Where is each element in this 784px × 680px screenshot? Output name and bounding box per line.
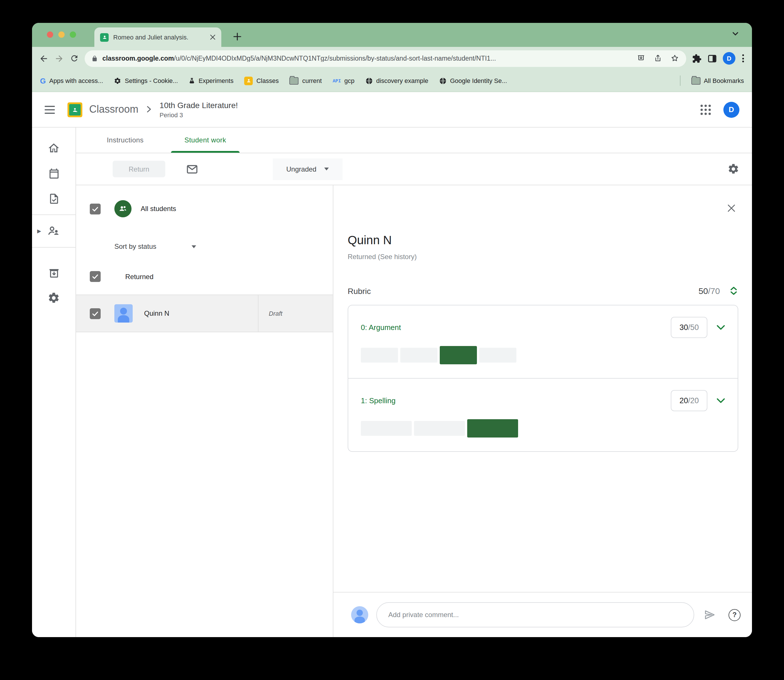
- bookmark-experiments[interactable]: Experiments: [189, 77, 233, 84]
- chevron-down-icon[interactable]: [716, 325, 725, 330]
- tab-search-chevron-icon[interactable]: [731, 30, 739, 38]
- expand-collapse-all-icon[interactable]: [730, 286, 737, 295]
- nav-calendar[interactable]: [32, 161, 76, 186]
- extensions-puzzle-icon[interactable]: [692, 54, 702, 63]
- gear-icon: [47, 292, 60, 304]
- omnibox-actions: [636, 54, 679, 63]
- forward-icon[interactable]: [54, 54, 64, 63]
- course-title: 10th Grade Literature!: [159, 101, 238, 110]
- criterion-score-box[interactable]: 20/20: [671, 390, 707, 411]
- detail-student-name: Quinn N: [348, 233, 738, 247]
- rubric-level-segments[interactable]: [361, 346, 725, 364]
- rubric-card: 0: Argument 30/50: [348, 305, 738, 452]
- bookmark-google-identity[interactable]: Google Identity Se...: [439, 77, 507, 84]
- all-bookmarks-button[interactable]: All Bookmarks: [691, 77, 744, 84]
- address-bar[interactable]: classroom.google.com/u/0/c/NjEyMDI4ODIxM…: [85, 50, 686, 67]
- nav-settings[interactable]: [32, 285, 76, 310]
- rubric-level-selected[interactable]: [467, 419, 518, 438]
- teacher-avatar: [351, 606, 368, 623]
- api-icon: API: [332, 78, 341, 83]
- rubric-level-segments[interactable]: [361, 419, 725, 438]
- nav-classes[interactable]: ▶: [32, 219, 76, 244]
- tab-close-icon[interactable]: [210, 34, 216, 40]
- chevron-down-icon[interactable]: [716, 398, 725, 403]
- tab-instructions[interactable]: Instructions: [85, 128, 165, 153]
- grade-filter-dropdown[interactable]: Ungraded: [273, 158, 343, 180]
- reload-icon[interactable]: [70, 54, 79, 63]
- student-work-state: Draft: [258, 295, 333, 332]
- student-list-panel: All students Sort by status Returned: [76, 185, 334, 637]
- side-panel-icon[interactable]: [707, 54, 717, 63]
- criterion-title[interactable]: 0: Argument: [361, 323, 401, 332]
- classroom-favicon-icon: [100, 33, 109, 41]
- expand-caret-icon[interactable]: ▶: [37, 228, 41, 234]
- active-tab-underline: [171, 151, 239, 153]
- criterion-title[interactable]: 1: Spelling: [361, 396, 395, 405]
- bookmark-apps-with-access[interactable]: G Apps with access...: [40, 76, 103, 85]
- browser-tab[interactable]: Romeo and Juliet analysis.: [94, 27, 221, 47]
- close-window-button[interactable]: [47, 31, 53, 38]
- url-domain: classroom.google.com: [102, 55, 174, 62]
- lock-icon: [91, 55, 98, 62]
- student-checkbox[interactable]: [90, 308, 101, 319]
- rubric-level[interactable]: [361, 421, 412, 436]
- breadcrumb-chevron-icon: [146, 104, 151, 115]
- all-students-label[interactable]: All students: [141, 205, 176, 213]
- bookmark-star-icon[interactable]: [670, 54, 679, 63]
- private-comment-input[interactable]: [376, 602, 694, 627]
- minimize-window-button[interactable]: [58, 31, 65, 38]
- send-icon[interactable]: [704, 609, 716, 621]
- share-icon[interactable]: [653, 54, 662, 63]
- bookmark-gcp[interactable]: API gcp: [332, 77, 354, 84]
- nav-archived-classes[interactable]: [32, 260, 76, 285]
- close-icon[interactable]: [727, 204, 736, 213]
- return-button[interactable]: Return: [113, 161, 165, 177]
- help-icon[interactable]: ?: [729, 609, 740, 621]
- bookmark-classes[interactable]: Classes: [244, 76, 279, 85]
- settings-gear-icon[interactable]: [727, 163, 739, 175]
- bookmark-current[interactable]: current: [290, 77, 322, 84]
- bookmark-settings-cookie[interactable]: Settings - Cookie...: [114, 77, 178, 84]
- chevron-down-icon: [192, 245, 197, 248]
- criterion-score-box[interactable]: 30/50: [671, 317, 707, 338]
- account-avatar[interactable]: D: [723, 102, 739, 118]
- url-text: classroom.google.com/u/0/c/NjEyMDI4ODIxM…: [102, 55, 496, 62]
- rubric-level[interactable]: [400, 348, 438, 363]
- sort-dropdown[interactable]: Sort by status: [76, 217, 333, 250]
- rubric-level[interactable]: [361, 348, 398, 363]
- google-apps-grid-icon[interactable]: [701, 104, 711, 115]
- all-students-checkbox[interactable]: [90, 203, 101, 214]
- student-row[interactable]: Quinn N Draft: [76, 294, 333, 332]
- window-controls: [47, 31, 76, 38]
- tab-student-work[interactable]: Student work: [165, 128, 245, 153]
- returned-group-checkbox[interactable]: [90, 271, 101, 282]
- product-name[interactable]: Classroom: [89, 104, 139, 115]
- left-nav: ▶: [32, 128, 76, 637]
- nav-to-review[interactable]: [32, 186, 76, 211]
- breadcrumb[interactable]: 10th Grade Literature! Period 3: [159, 101, 238, 118]
- classroom-icon: [244, 76, 253, 85]
- main-menu-icon[interactable]: [45, 105, 55, 113]
- nav-divider: [32, 214, 76, 215]
- home-icon: [47, 142, 60, 154]
- classroom-logo-icon[interactable]: [68, 102, 82, 117]
- nav-divider: [32, 247, 76, 248]
- email-icon[interactable]: [186, 163, 198, 175]
- rubric-level-selected[interactable]: [440, 346, 477, 364]
- student-name: Quinn N: [144, 309, 169, 317]
- new-tab-button[interactable]: [229, 28, 245, 45]
- detail-status-line[interactable]: Returned (See history): [348, 253, 738, 261]
- nav-home[interactable]: [32, 135, 76, 161]
- rubric-level[interactable]: [479, 348, 516, 363]
- chrome-profile-avatar[interactable]: D: [723, 52, 735, 65]
- course-section: Period 3: [159, 112, 238, 118]
- bookmark-discovery-example[interactable]: discovery example: [365, 77, 428, 84]
- back-icon[interactable]: [39, 54, 49, 63]
- maximize-window-button[interactable]: [70, 31, 76, 38]
- all-students-row: All students: [76, 185, 333, 217]
- rubric-level[interactable]: [414, 421, 465, 436]
- globe-icon: [365, 77, 373, 84]
- save-page-icon[interactable]: [636, 54, 645, 63]
- assignment-check-icon: [48, 192, 60, 205]
- chrome-menu-icon[interactable]: [741, 53, 745, 63]
